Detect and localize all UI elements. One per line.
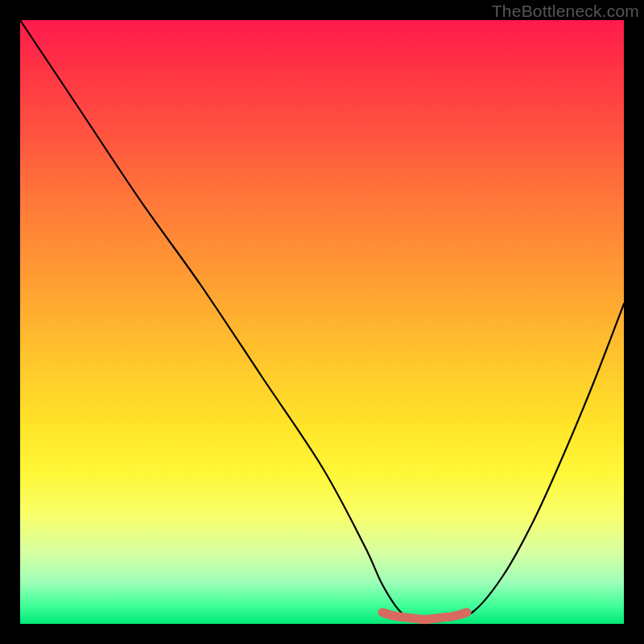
watermark-text: TheBottleneck.com [492, 2, 639, 21]
chart-svg [20, 20, 624, 624]
chart-frame: TheBottleneck.com [0, 0, 644, 644]
optimal-range-marker [382, 613, 467, 620]
bottleneck-curve [20, 20, 624, 622]
